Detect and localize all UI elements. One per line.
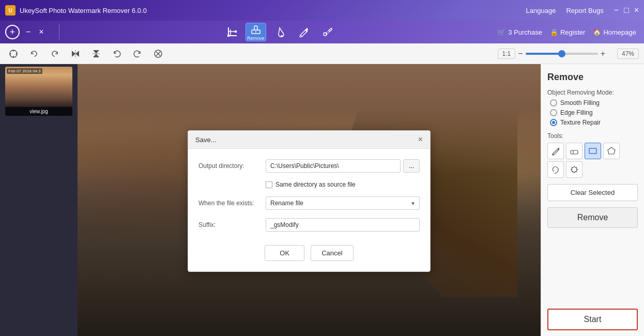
clear-selected-button[interactable]: Clear Selected	[547, 184, 638, 201]
modal-body: Output directory: ... Same directory as …	[188, 149, 430, 271]
smooth-radio[interactable]	[550, 99, 557, 106]
undo-tool[interactable]	[109, 45, 125, 62]
content-area: 1:1 − + 47% Feb 07 2018 04:3 view.jpg	[0, 43, 644, 336]
zoom-percent-display: 47%	[617, 49, 639, 59]
window-controls: − □ ×	[614, 6, 639, 14]
main-toolbar: + − × Remove	[0, 21, 644, 43]
when-exists-wrapper: Rename file ▼	[266, 196, 420, 210]
fix-tool-button[interactable]	[317, 23, 338, 41]
zoom-controls: 1:1 − +	[498, 49, 605, 59]
svg-rect-3	[235, 30, 237, 33]
svg-point-32	[574, 172, 575, 173]
language-btn[interactable]: Language	[526, 7, 556, 14]
flip-h-icon	[71, 49, 80, 58]
remove-file-button[interactable]: −	[24, 26, 33, 38]
tools-section-label: Tools:	[547, 132, 638, 140]
zoom-slider[interactable]	[526, 53, 598, 55]
canvas-area: Save... × Output directory: ... Same dir…	[78, 64, 541, 336]
when-exists-label: When the file exists:	[198, 200, 266, 207]
zoom-out-button[interactable]: −	[518, 49, 523, 58]
purchase-button[interactable]: 🛒 3 Purchase	[497, 28, 542, 36]
browse-button[interactable]: ...	[403, 159, 420, 173]
cart-icon: 🛒	[497, 28, 505, 36]
rotate-right-icon	[50, 49, 59, 58]
modal-close-button[interactable]: ×	[418, 135, 423, 144]
select-all-tool[interactable]	[5, 45, 22, 62]
magic-wand-icon	[570, 165, 579, 174]
modal-title: Save...	[195, 136, 216, 144]
same-dir-row: Same directory as source file	[198, 181, 420, 188]
ok-button[interactable]: OK	[265, 245, 304, 261]
svg-point-12	[13, 56, 14, 57]
homepage-button[interactable]: 🏠 Homepage	[593, 28, 636, 36]
toolbar-tools: Remove	[65, 23, 495, 41]
start-button[interactable]: Start	[547, 309, 638, 330]
fill-icon	[274, 26, 285, 38]
magic-wand-tool[interactable]	[566, 161, 582, 178]
main-content-row: Feb 07 2018 04:3 view.jpg Save... ×	[0, 64, 644, 336]
fill-tool-button[interactable]	[269, 23, 290, 41]
svg-rect-24	[589, 148, 596, 154]
svg-rect-2	[227, 35, 229, 37]
suffix-input[interactable]	[266, 218, 420, 232]
thumbnail-preview: Feb 07 2018 04:3	[5, 67, 72, 107]
thumbnail-view-jpg[interactable]: Feb 07 2018 04:3 view.jpg	[5, 67, 72, 116]
flip-h-tool[interactable]	[67, 45, 84, 62]
svg-point-11	[13, 50, 14, 51]
edge-filling-option[interactable]: Edge Filling	[550, 109, 638, 116]
secondary-toolbar: 1:1 − + 47%	[0, 43, 644, 64]
close-file-button[interactable]: ×	[37, 26, 45, 38]
edge-label: Edge Filling	[560, 109, 593, 116]
crop-tool-button[interactable]	[222, 23, 242, 41]
texture-repair-option[interactable]: Texture Repair	[550, 119, 638, 126]
eraser-icon	[570, 146, 579, 156]
svg-point-34	[577, 169, 578, 170]
rotate-left-tool[interactable]	[26, 45, 42, 62]
zoom-in-button[interactable]: +	[601, 49, 605, 58]
modal-overlay: Save... × Output directory: ... Same dir…	[78, 64, 541, 336]
suffix-field: Suffix:	[198, 218, 420, 232]
svg-marker-16	[93, 50, 99, 54]
svg-point-29	[574, 166, 575, 167]
same-dir-checkbox[interactable]	[266, 181, 272, 188]
cancel-button[interactable]: Cancel	[311, 245, 353, 261]
maximize-button[interactable]: □	[624, 6, 629, 14]
output-dir-field: Output directory: ...	[198, 159, 420, 173]
smooth-filling-option[interactable]: Smooth Filling	[550, 99, 638, 106]
svg-marker-13	[72, 51, 75, 57]
toolbar-separator	[59, 24, 59, 40]
output-dir-input[interactable]	[266, 159, 401, 173]
select-all-icon	[9, 49, 18, 58]
modal-buttons: OK Cancel	[198, 240, 420, 264]
close-button[interactable]: ×	[634, 6, 639, 14]
thumbnail-filename: view.jpg	[5, 107, 72, 116]
remove-tool-button[interactable]: Remove	[246, 23, 266, 41]
left-sidebar: Feb 07 2018 04:3 view.jpg	[0, 64, 78, 336]
add-file-button[interactable]: +	[5, 25, 20, 39]
title-bar: U UkeySoft Photo Watermark Remover 6.0.0…	[0, 0, 644, 21]
lasso-icon	[551, 165, 560, 174]
report-bugs-btn[interactable]: Report Bugs	[566, 7, 603, 14]
clear-tool[interactable]	[150, 45, 166, 62]
toolbar-file-controls: + − ×	[5, 25, 54, 39]
rectangle-tool[interactable]	[585, 143, 601, 159]
rotate-right-tool[interactable]	[47, 45, 63, 62]
register-button[interactable]: 🔒 Register	[550, 28, 585, 36]
pencil-tool[interactable]	[547, 143, 564, 159]
panel-spacer	[547, 234, 638, 302]
minimize-button[interactable]: −	[614, 6, 619, 14]
rotate-left-icon	[29, 49, 39, 58]
when-exists-row: When the file exists: Rename file ▼	[198, 196, 420, 210]
eraser-tool[interactable]	[566, 143, 582, 159]
redo-tool[interactable]	[129, 45, 146, 62]
when-exists-select[interactable]: Rename file	[266, 196, 420, 210]
texture-radio[interactable]	[550, 119, 557, 126]
brush-tool-button[interactable]	[293, 23, 314, 41]
flip-v-tool[interactable]	[88, 45, 104, 62]
lasso-tool[interactable]	[547, 161, 564, 178]
pencil-icon	[551, 146, 560, 156]
remove-button[interactable]: Remove	[547, 207, 638, 228]
polygon-tool[interactable]	[603, 143, 620, 159]
title-nav: Language Report Bugs	[526, 7, 604, 14]
edge-radio[interactable]	[550, 109, 557, 116]
